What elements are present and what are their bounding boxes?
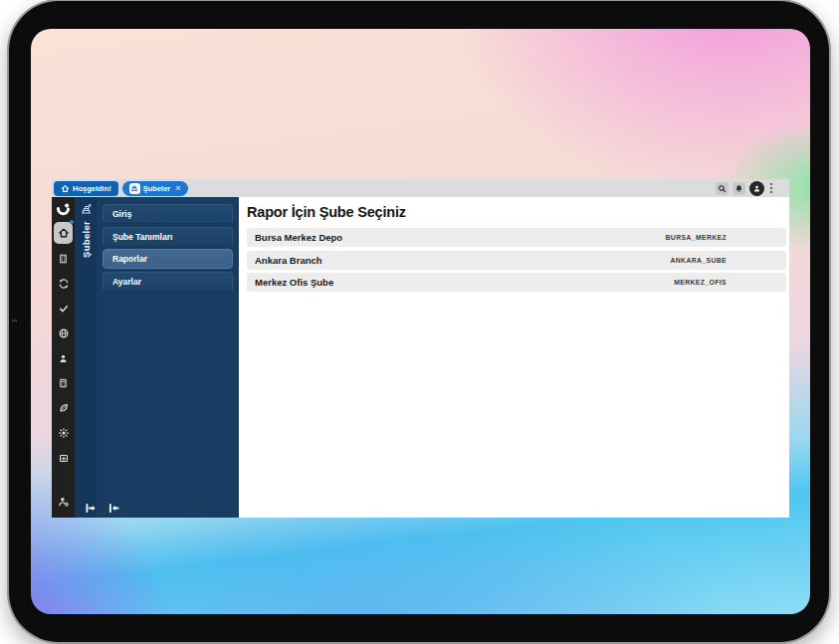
branch-code: BURSA_MERKEZ bbox=[666, 234, 727, 241]
overflow-menu-icon[interactable] bbox=[768, 183, 774, 193]
topbar-actions bbox=[716, 181, 774, 196]
profile-button[interactable] bbox=[749, 181, 764, 196]
globe-icon bbox=[58, 327, 70, 339]
rail-card-button[interactable] bbox=[54, 448, 73, 468]
home-icon bbox=[61, 184, 70, 193]
tab-welcome[interactable]: Hoşgeldin! bbox=[54, 181, 118, 196]
menu-item-giris[interactable]: Giriş bbox=[103, 204, 233, 224]
sun-icon bbox=[58, 427, 70, 439]
menu-item-label: Şube Tanımları bbox=[112, 232, 172, 242]
branch-name: Ankara Branch bbox=[255, 255, 322, 266]
rail-sync-button[interactable] bbox=[54, 274, 73, 294]
rail-user-button[interactable] bbox=[54, 348, 73, 368]
search-icon bbox=[718, 184, 727, 193]
user-settings-icon bbox=[58, 496, 70, 508]
menu-item-raporlar[interactable]: Raporlar bbox=[103, 249, 233, 269]
app-logo-icon bbox=[55, 200, 73, 217]
menu-item-label: Ayarlar bbox=[112, 277, 141, 287]
leaf-icon bbox=[58, 402, 70, 414]
branch-name: Bursa Merkez Depo bbox=[255, 232, 342, 243]
user-icon bbox=[58, 353, 69, 364]
branch-row-ankara[interactable]: Ankara Branch ANKARA_SUBE bbox=[247, 251, 786, 270]
bell-icon bbox=[734, 184, 743, 193]
rail-home-button[interactable] bbox=[54, 222, 73, 244]
tab-subeler-label: Şubeler bbox=[143, 184, 171, 193]
building-icon bbox=[58, 253, 69, 265]
notification-dot bbox=[70, 220, 74, 224]
menu-item-label: Giriş bbox=[112, 209, 131, 219]
tab-welcome-label: Hoşgeldin! bbox=[73, 184, 111, 193]
branch-name: Merkez Ofis Şube bbox=[255, 277, 333, 288]
rail-globe-button[interactable] bbox=[54, 323, 73, 343]
sync-icon bbox=[58, 278, 70, 290]
menu-item-label: Raporlar bbox=[112, 254, 147, 264]
tab-bar: Hoşgeldin! Şubeler × bbox=[52, 179, 789, 197]
branch-code: MERKEZ_OFIS bbox=[674, 279, 727, 286]
close-icon[interactable]: × bbox=[175, 184, 180, 193]
branch-row-merkez[interactable]: Merkez Ofis Şube MERKEZ_OFIS bbox=[247, 273, 786, 292]
tablet-frame: Hoşgeldin! Şubeler × bbox=[9, 1, 829, 642]
app-window: Hoşgeldin! Şubeler × bbox=[52, 179, 789, 518]
rail-building-button[interactable] bbox=[54, 249, 73, 269]
branch-code: ANKARA_SUBE bbox=[670, 257, 727, 264]
notifications-button[interactable] bbox=[733, 182, 745, 195]
icon-rail bbox=[52, 197, 75, 518]
avatar-icon bbox=[752, 184, 761, 193]
tablet-screen: Hoşgeldin! Şubeler × bbox=[31, 29, 810, 614]
rail-user-settings-button[interactable] bbox=[54, 492, 73, 512]
module-branch-icon bbox=[80, 202, 93, 215]
rail-sun-button[interactable] bbox=[54, 423, 73, 443]
tab-subeler[interactable]: Şubeler × bbox=[122, 181, 188, 196]
menu-item-sube-tanimlari[interactable]: Şube Tanımları bbox=[103, 227, 233, 247]
branch-row-bursa[interactable]: Bursa Merkez Depo BURSA_MERKEZ bbox=[247, 228, 786, 247]
menu-panel: Giriş Şube Tanımları Raporlar Ayarlar bbox=[97, 197, 239, 518]
content-area: Rapor İçin Şube Seçiniz Bursa Merkez Dep… bbox=[239, 197, 789, 518]
rail-calculator-button[interactable] bbox=[54, 373, 73, 393]
id-card-icon bbox=[58, 453, 70, 464]
rail-leaf-button[interactable] bbox=[54, 398, 73, 418]
rail-check-button[interactable] bbox=[54, 299, 73, 319]
menu-item-ayarlar[interactable]: Ayarlar bbox=[103, 272, 233, 292]
home-icon bbox=[58, 227, 70, 239]
page-title: Rapor İçin Şube Seçiniz bbox=[247, 204, 786, 220]
collapse-panel-icon[interactable] bbox=[107, 502, 120, 515]
module-label: Şubeler bbox=[81, 221, 92, 258]
calculator-icon bbox=[58, 377, 69, 389]
module-strip: Şubeler bbox=[75, 197, 97, 518]
search-button[interactable] bbox=[716, 182, 729, 195]
expand-panel-icon[interactable] bbox=[85, 502, 98, 515]
bezel-indicator-dots bbox=[12, 320, 20, 323]
branch-icon bbox=[129, 183, 140, 194]
app-body: Şubeler Giriş Şube Tanımları Raporlar Ay… bbox=[52, 197, 789, 518]
check-icon bbox=[58, 303, 70, 315]
